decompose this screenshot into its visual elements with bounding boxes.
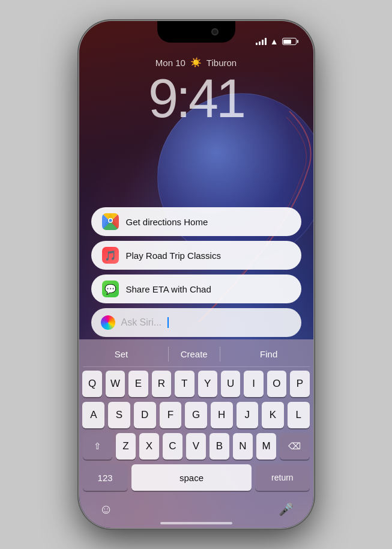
key-g[interactable]: G <box>185 402 207 428</box>
suggestion-music[interactable]: 🎵 Play Road Trip Classics <box>91 241 301 270</box>
signal-icon <box>256 38 267 45</box>
key-f[interactable]: F <box>160 402 182 428</box>
suggestion-set[interactable]: Set <box>103 347 140 362</box>
keyboard-row-1: Q W E R T Y U I O P <box>83 371 310 397</box>
wifi-icon: ▲ <box>270 37 279 46</box>
key-z[interactable]: Z <box>116 433 136 460</box>
emoji-button[interactable]: ☺ <box>95 498 118 521</box>
key-j[interactable]: J <box>237 402 259 428</box>
svg-point-6 <box>109 219 112 222</box>
clock-area: Mon 10 ☀️ Tiburon 9:41 <box>79 57 313 126</box>
keyboard-row-2: A S D F G H J K L <box>83 402 310 428</box>
messages-icon: 💬 <box>102 281 119 297</box>
key-shift[interactable]: ⇧ <box>83 433 113 460</box>
key-k[interactable]: K <box>262 402 284 428</box>
date-weather-row: Mon 10 ☀️ Tiburon <box>79 57 313 68</box>
key-numbers[interactable]: 123 <box>83 464 128 491</box>
suggestions-area: Get directions Home 🎵 Play Road Trip Cla… <box>91 207 301 337</box>
directions-text: Get directions Home <box>126 217 208 227</box>
text-cursor <box>167 317 169 328</box>
key-m[interactable]: M <box>256 433 276 460</box>
weather-icon: ☀️ <box>190 57 202 68</box>
key-c[interactable]: C <box>163 433 182 460</box>
battery-fill <box>283 40 291 44</box>
key-o[interactable]: O <box>267 371 286 397</box>
siri-placeholder: Ask Siri... <box>121 317 162 328</box>
suggestion-create[interactable]: Create <box>168 347 220 362</box>
key-space[interactable]: space <box>131 464 252 491</box>
siri-input-area[interactable]: Ask Siri... <box>91 308 301 337</box>
key-h[interactable]: H <box>211 402 233 428</box>
key-t[interactable]: T <box>175 371 194 397</box>
key-s[interactable]: S <box>108 402 130 428</box>
key-q[interactable]: Q <box>82 371 101 397</box>
key-y[interactable]: Y <box>198 371 217 397</box>
phone-screen: ▲ Mon 10 ☀️ Tiburon 9:41 <box>79 21 313 528</box>
battery-icon <box>282 38 297 45</box>
keyboard-row-3: ⇧ Z X C V B N M ⌫ <box>83 433 310 460</box>
key-l[interactable]: L <box>288 402 310 428</box>
key-return[interactable]: return <box>255 464 309 491</box>
key-d[interactable]: D <box>134 402 156 428</box>
microphone-button[interactable]: 🎤 <box>275 498 298 521</box>
key-u[interactable]: U <box>221 371 240 397</box>
key-backspace[interactable]: ⌫ <box>280 433 310 460</box>
word-suggestions-bar: Set Create Find <box>83 344 310 367</box>
key-p[interactable]: P <box>290 371 309 397</box>
maps-icon <box>102 213 119 230</box>
messages-text: Share ETA with Chad <box>126 284 211 294</box>
music-text: Play Road Trip Classics <box>126 250 221 261</box>
key-a[interactable]: A <box>82 402 104 428</box>
suggestion-find[interactable]: Find <box>248 347 289 362</box>
key-i[interactable]: I <box>244 371 263 397</box>
siri-logo-icon <box>101 315 115 330</box>
home-indicator <box>160 522 232 524</box>
music-icon: 🎵 <box>102 247 119 264</box>
time-display: 9:41 <box>79 71 313 126</box>
suggestion-messages[interactable]: 💬 Share ETA with Chad <box>91 274 301 303</box>
key-b[interactable]: B <box>210 433 229 460</box>
key-e[interactable]: E <box>128 371 148 397</box>
keyboard-row-4: 123 space return <box>83 464 310 491</box>
key-v[interactable]: V <box>186 433 206 460</box>
front-camera <box>211 28 219 35</box>
keyboard-area: Set Create Find Q W E R T Y U I O P A S <box>79 339 313 528</box>
siri-input-field[interactable]: Ask Siri... <box>91 308 301 337</box>
key-w[interactable]: W <box>106 371 125 397</box>
phone-frame: ▲ Mon 10 ☀️ Tiburon 9:41 <box>79 21 313 528</box>
key-x[interactable]: X <box>139 433 159 460</box>
status-icons: ▲ <box>256 37 297 46</box>
notch <box>157 21 235 43</box>
location-display: Tiburon <box>207 58 237 68</box>
key-r[interactable]: R <box>152 371 171 397</box>
suggestion-directions[interactable]: Get directions Home <box>91 207 301 236</box>
key-n[interactable]: N <box>233 433 253 460</box>
date-display: Mon 10 <box>155 58 185 68</box>
